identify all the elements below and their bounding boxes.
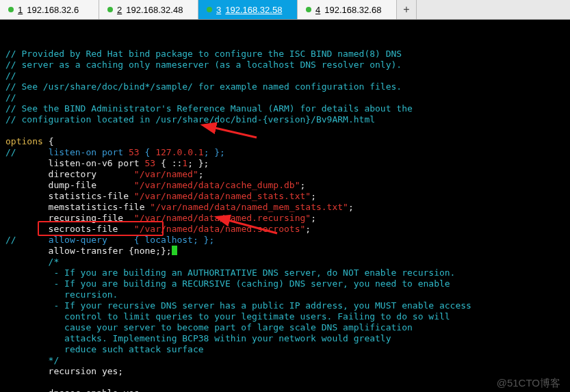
add-tab-button[interactable]: + [397, 0, 417, 19]
tab-label: 192.168.32.6 [27, 5, 79, 15]
highlight-box [38, 221, 164, 236]
tab-bar: 1192.168.32.62192.168.32.483192.168.32.5… [0, 0, 570, 20]
cursor-icon [172, 246, 177, 255]
status-dot-icon [8, 7, 14, 12]
code-content: // Provided by Red Hat bind package to c… [5, 49, 565, 392]
tab-label: 192.168.32.58 [225, 5, 282, 15]
tab-192-168-32-6[interactable]: 1192.168.32.6 [0, 0, 99, 19]
tab-index: 3 [216, 5, 221, 15]
tab-index: 2 [117, 5, 122, 15]
editor-pane[interactable]: // Provided by Red Hat bind package to c… [0, 20, 570, 392]
status-dot-icon [107, 7, 113, 12]
tab-192-168-32-68[interactable]: 4192.168.32.68 [298, 0, 397, 19]
tab-label: 192.168.32.68 [324, 5, 381, 15]
status-dot-icon [306, 7, 311, 12]
tab-192-168-32-48[interactable]: 2192.168.32.48 [99, 0, 198, 19]
status-dot-icon [207, 7, 212, 12]
tab-label: 192.168.32.48 [126, 5, 183, 15]
tab-index: 1 [18, 5, 23, 15]
tab-192-168-32-58[interactable]: 3192.168.32.58 [198, 0, 298, 19]
tab-index: 4 [315, 5, 320, 15]
